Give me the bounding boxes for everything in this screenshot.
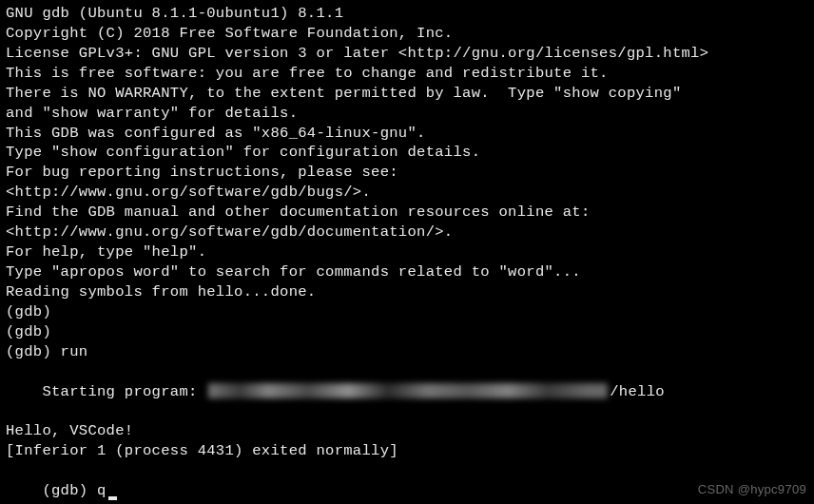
terminal-line: Reading symbols from hello...done. xyxy=(6,282,808,302)
program-output: Hello, VSCode! xyxy=(6,421,808,441)
gdb-prompt-quit: (gdb) q xyxy=(6,461,808,504)
terminal-line: Find the GDB manual and other documentat… xyxy=(6,203,808,223)
terminal-line: Type "apropos word" to search for comman… xyxy=(6,262,808,282)
terminal-line: License GPLv3+: GNU GPL version 3 or lat… xyxy=(6,44,808,64)
terminal-output[interactable]: GNU gdb (Ubuntu 8.1.1-0ubuntu1) 8.1.1 Co… xyxy=(6,4,808,504)
terminal-line: This GDB was configured as "x86_64-linux… xyxy=(6,124,808,144)
gdb-prompt-run: (gdb) run xyxy=(6,342,808,362)
gdb-prompt: (gdb) xyxy=(6,322,808,342)
gdb-prompt: (gdb) xyxy=(6,302,808,322)
watermark: CSDN @hypc9709 xyxy=(698,481,806,498)
terminal-line: <http://www.gnu.org/software/gdb/documen… xyxy=(6,223,808,242)
terminal-line: <http://www.gnu.org/software/gdb/bugs/>. xyxy=(6,183,808,203)
terminal-line: For bug reporting instructions, please s… xyxy=(6,163,808,183)
terminal-line: For help, type "help". xyxy=(6,242,808,262)
terminal-line: Type "show configuration" for configurat… xyxy=(6,143,808,163)
starting-program-line: Starting program: /hello xyxy=(6,362,808,422)
terminal-line: There is NO WARRANTY, to the extent perm… xyxy=(6,84,808,104)
terminal-line: Copyright (C) 2018 Free Software Foundat… xyxy=(6,24,808,44)
starting-prefix: Starting program: xyxy=(42,383,206,400)
blurred-path xyxy=(208,383,608,398)
inferior-exit: [Inferior 1 (process 4431) exited normal… xyxy=(6,441,808,461)
terminal-line: and "show warranty" for details. xyxy=(6,104,808,124)
terminal-line: GNU gdb (Ubuntu 8.1.1-0ubuntu1) 8.1.1 xyxy=(6,4,808,24)
cursor-icon xyxy=(108,496,117,500)
starting-suffix: /hello xyxy=(610,383,665,400)
terminal-line: This is free software: you are free to c… xyxy=(6,64,808,84)
